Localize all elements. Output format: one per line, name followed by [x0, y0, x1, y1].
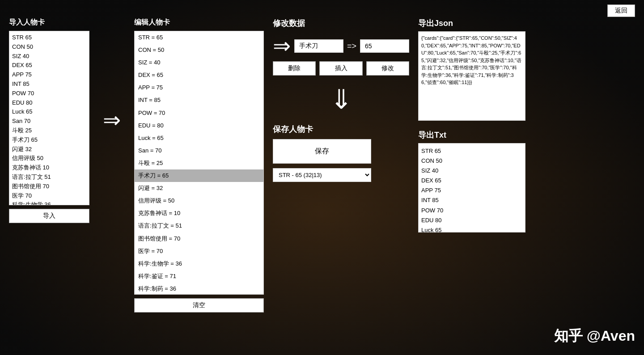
edit-list-item[interactable]: 语言:拉丁文 = 51 [135, 220, 263, 232]
import-list: STR 65CON 50SIZ 40DEX 65APP 75INT 85POW … [9, 31, 89, 205]
save-title: 保存人物卡 [273, 124, 409, 135]
import-button[interactable]: 导入 [9, 209, 89, 223]
export-txt-item: CON 50 [421, 156, 522, 166]
edit-list-item[interactable]: 医学 = 70 [135, 245, 263, 258]
import-list-item: STR 65 [12, 33, 86, 42]
watermark: 知乎 @Aven [554, 326, 635, 346]
edit-list-item[interactable]: CON = 50 [135, 44, 263, 56]
export-txt-section: 导出Txt STR 65CON 50SIZ 40DEX 65APP 75INT … [418, 130, 530, 232]
import-list-item: 科学:生物学 36 [12, 200, 86, 205]
export-txt-title: 导出Txt [418, 130, 530, 140]
modify-field-input[interactable] [294, 39, 343, 53]
export-json-section: 导出Json {"cards":{"card":{"STR":65,"CON":… [418, 18, 530, 121]
export-txt-item: SIZ 40 [421, 166, 522, 176]
delete-button[interactable]: 删除 [273, 61, 316, 76]
edit-list-item[interactable]: SIZ = 40 [135, 56, 263, 69]
export-txt-item: INT 85 [421, 195, 522, 205]
save-section: 保存人物卡 保存 STR - 65 (32|13) [273, 124, 409, 182]
edit-list-item[interactable]: STR = 65 [135, 31, 263, 44]
import-list-item: INT 85 [12, 80, 86, 89]
import-list-item: DEX 65 [12, 61, 86, 70]
down-arrow-icon: ⇓ [330, 89, 352, 110]
export-txt-item: STR 65 [421, 146, 522, 156]
edit-list-item[interactable]: 图书馆使用 = 70 [135, 232, 263, 245]
edit-list[interactable]: STR = 65CON = 50SIZ = 40DEX = 65APP = 75… [134, 31, 264, 295]
import-list-item: 克苏鲁神话 10 [12, 163, 86, 173]
clear-button[interactable]: 清空 [134, 298, 264, 313]
panel-export: 导出Json {"cards":{"card":{"STR":65,"CON":… [418, 18, 530, 232]
modify-section: 修改数据 ⇒ => 删除 插入 修改 [273, 18, 409, 76]
export-txt-box: STR 65CON 50SIZ 40DEX 65APP 75INT 85POW … [418, 143, 525, 232]
panel-edit: 编辑人物卡 STR = 65CON = 50SIZ = 40DEX = 65AP… [134, 18, 264, 313]
modify-buttons: 删除 插入 修改 [273, 61, 409, 76]
modify-inputs: ⇒ => [273, 35, 409, 57]
import-list-item: San 70 [12, 117, 86, 126]
edit-list-item[interactable]: 手术刀 = 65 [135, 169, 263, 182]
modify-title: 修改数据 [273, 18, 409, 29]
down-arrow-section: ⇓ [273, 85, 409, 115]
edit-list-item[interactable]: 克苏鲁神话 = 10 [135, 207, 263, 220]
return-button[interactable]: 返回 [607, 4, 635, 17]
import-list-item: Luck 65 [12, 107, 86, 117]
modify-value-input[interactable] [360, 39, 409, 53]
import-list-item: 斗殴 25 [12, 126, 86, 135]
edit-list-item[interactable]: 科学:鉴证 = 71 [135, 270, 263, 283]
edit-title: 编辑人物卡 [134, 18, 264, 27]
export-txt-item: APP 75 [421, 186, 522, 195]
edit-list-item[interactable]: 信用评级 = 50 [135, 194, 263, 207]
import-list-item: POW 70 [12, 89, 86, 98]
export-txt-item: Luck 65 [421, 225, 522, 232]
edit-list-item[interactable]: San = 70 [135, 144, 263, 157]
panel-middle: 修改数据 ⇒ => 删除 插入 修改 ⇓ 保存人物卡 保存 STR - 65 (… [273, 18, 409, 182]
export-txt-item: DEX 65 [421, 176, 522, 186]
arrow-symbol: => [347, 42, 356, 51]
edit-list-item[interactable]: APP = 75 [135, 81, 263, 94]
import-title: 导入人物卡 [9, 18, 89, 27]
import-list-item: 信用评级 50 [12, 154, 86, 163]
insert-button[interactable]: 插入 [319, 61, 362, 76]
edit-list-item[interactable]: 斗殴 = 25 [135, 157, 263, 169]
export-txt-item: POW 70 [421, 206, 522, 216]
panel-import: 导入人物卡 STR 65CON 50SIZ 40DEX 65APP 75INT … [9, 18, 89, 223]
import-list-item: 图书馆使用 70 [12, 182, 86, 191]
edit-list-item[interactable]: EDU = 80 [135, 119, 263, 132]
save-dropdown[interactable]: STR - 65 (32|13) [273, 168, 371, 182]
import-list-item: EDU 80 [12, 98, 86, 108]
edit-list-item[interactable]: INT = 85 [135, 94, 263, 106]
edit-list-item[interactable]: POW = 70 [135, 107, 263, 119]
import-list-item: 医学 70 [12, 191, 86, 201]
import-list-item: 闪避 32 [12, 145, 86, 154]
edit-list-item[interactable]: 科学:制药 = 36 [135, 283, 263, 295]
save-button[interactable]: 保存 [273, 139, 371, 164]
import-list-item: 手术刀 65 [12, 135, 86, 145]
edit-list-item[interactable]: DEX = 65 [135, 69, 263, 81]
modify-arrow-icon: ⇒ [273, 35, 291, 57]
edit-list-item[interactable]: 科学:生物学 = 36 [135, 258, 263, 270]
modify-button[interactable]: 修改 [366, 61, 409, 76]
import-arrow-icon: ⇒ [98, 107, 125, 132]
import-list-item: APP 75 [12, 70, 86, 80]
import-list-item: CON 50 [12, 42, 86, 52]
export-txt-item: EDU 80 [421, 216, 522, 225]
export-json-box: {"cards":{"card":{"STR":65,"CON":50,"SIZ… [418, 31, 525, 121]
edit-list-item[interactable]: Luck = 65 [135, 132, 263, 144]
import-list-item: 语言:拉丁文 51 [12, 173, 86, 182]
import-list-item: SIZ 40 [12, 52, 86, 61]
edit-list-item[interactable]: 闪避 = 32 [135, 182, 263, 194]
export-json-title: 导出Json [418, 18, 530, 29]
